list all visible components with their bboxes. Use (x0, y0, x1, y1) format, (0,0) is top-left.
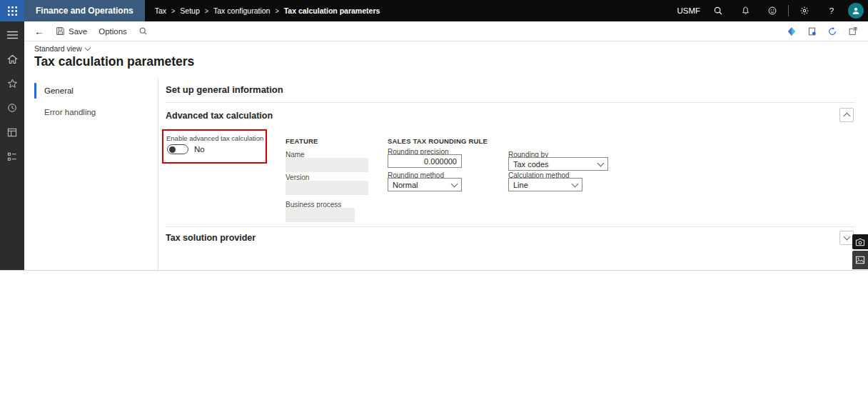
refresh-button[interactable] (827, 26, 837, 36)
breadcrumb-separator: > (275, 6, 278, 15)
rounding-by-value: Tax codes (513, 160, 549, 169)
content-header: Set up general information (166, 84, 283, 95)
advanced-section-collapse-button[interactable] (839, 108, 854, 122)
breadcrumb-item-tax-configuration[interactable]: Tax configuration (213, 6, 270, 15)
favorites-star-icon[interactable] (3, 76, 21, 91)
toggle-switch-off[interactable] (167, 144, 188, 154)
search-icon (138, 26, 148, 36)
screen-capture-overlay-secondary[interactable] (852, 251, 868, 269)
chevron-down-icon (597, 159, 605, 166)
enable-advanced-toggle[interactable]: No (167, 144, 205, 154)
view-selector-label: Standard view (34, 44, 82, 53)
nav-sidebar (0, 21, 24, 270)
workspaces-icon[interactable] (3, 124, 21, 140)
view-selector[interactable]: Standard view (34, 44, 89, 53)
breadcrumb-item-tax-calculation-parameters[interactable]: Tax calculation parameters (284, 6, 380, 15)
selected-tab-indicator (34, 83, 36, 99)
feature-column-header: FEATURE (286, 137, 318, 145)
action-pane-right (787, 26, 868, 36)
section-divider (166, 102, 855, 103)
tab-general-label: General (44, 86, 74, 95)
chevron-down-icon (84, 45, 90, 51)
search-button[interactable] (705, 0, 732, 21)
settings-button[interactable] (791, 0, 818, 21)
toggle-value-label: No (194, 145, 205, 154)
modules-icon[interactable] (3, 149, 21, 164)
product-name[interactable]: Finance and Operations (24, 0, 145, 21)
notifications-button[interactable] (732, 0, 759, 21)
open-in-new-window-button[interactable] (848, 26, 858, 36)
advanced-section-title: Advanced tax calculation (166, 111, 273, 121)
smiley-icon (767, 6, 777, 16)
save-floppy-icon (56, 26, 65, 36)
screen-capture-overlay[interactable] (852, 234, 868, 249)
copilot-icon (787, 26, 797, 36)
camera-icon (855, 238, 865, 246)
action-pane: ← Save Options (24, 21, 868, 41)
breadcrumb-item-tax[interactable]: Tax (155, 6, 166, 15)
provider-section-title: Tax solution provider (166, 233, 256, 243)
home-icon[interactable] (3, 51, 21, 67)
back-button[interactable]: ← (34, 26, 44, 37)
version-input (286, 181, 368, 195)
rounding-method-value: Normal (393, 181, 418, 189)
breadcrumb-item-setup[interactable]: Setup (180, 6, 199, 15)
tab-general[interactable]: General (34, 80, 157, 101)
finance-operations-app: Finance and Operations Tax > Setup > Tax… (0, 0, 868, 271)
recent-clock-icon[interactable] (3, 100, 21, 116)
calculation-method-select[interactable]: Line (508, 178, 582, 191)
options-label: Options (99, 27, 127, 36)
provider-section-collapse-button[interactable] (839, 231, 854, 245)
tab-content-divider (158, 79, 158, 270)
back-arrow-icon: ← (34, 26, 44, 37)
vertical-tab-list: General Error handling (34, 80, 157, 123)
top-app-bar: Finance and Operations Tax > Setup > Tax… (0, 0, 868, 21)
popout-icon (848, 26, 858, 36)
enable-advanced-toggle-label: Enable advanced tax calculation (166, 134, 263, 142)
app-launcher-icon[interactable] (0, 0, 24, 21)
chevron-down-icon (843, 234, 850, 241)
save-button[interactable]: Save (56, 26, 87, 36)
company-picker[interactable]: USMF (672, 0, 705, 21)
page-title: Tax calculation parameters (34, 54, 194, 69)
person-icon (851, 6, 861, 16)
help-button[interactable]: ? (818, 0, 845, 21)
feedback-button[interactable] (759, 0, 786, 21)
chevron-down-icon (451, 180, 458, 187)
breadcrumb-separator: > (205, 6, 208, 15)
image-icon (855, 256, 865, 264)
tab-error-handling[interactable]: Error handling (34, 101, 157, 123)
business-process-input (286, 208, 355, 222)
copilot-button[interactable] (787, 26, 797, 36)
rounding-by-select[interactable]: Tax codes (508, 157, 608, 171)
rounding-precision-input[interactable] (388, 154, 462, 168)
waffle-grid-icon (8, 6, 17, 16)
gear-icon (799, 6, 809, 16)
chevron-up-icon (843, 113, 850, 120)
bell-icon (741, 6, 750, 16)
sales-tax-rounding-column-header: SALES TAX ROUNDING RULE (388, 137, 488, 145)
action-search-button[interactable] (138, 26, 148, 36)
topbar-divider (788, 5, 789, 16)
toggle-knob (169, 146, 176, 153)
breadcrumb: Tax > Setup > Tax configuration > Tax ca… (155, 6, 380, 15)
refresh-icon (827, 26, 837, 36)
topbar-right-cluster: USMF (672, 0, 868, 21)
tab-error-handling-label: Error handling (44, 108, 96, 116)
chevron-down-icon (572, 180, 579, 187)
name-input (286, 158, 368, 172)
rounding-method-select[interactable]: Normal (388, 178, 462, 191)
attachment-icon (807, 26, 817, 36)
attachments-button[interactable] (807, 26, 817, 36)
section-divider (166, 226, 855, 227)
breadcrumb-separator: > (171, 6, 175, 15)
account-avatar[interactable] (848, 3, 864, 19)
search-icon (713, 6, 723, 16)
calculation-method-value: Line (513, 181, 528, 189)
menu-toggle-icon[interactable] (3, 27, 21, 43)
options-button[interactable]: Options (99, 27, 127, 36)
save-label: Save (69, 27, 87, 36)
